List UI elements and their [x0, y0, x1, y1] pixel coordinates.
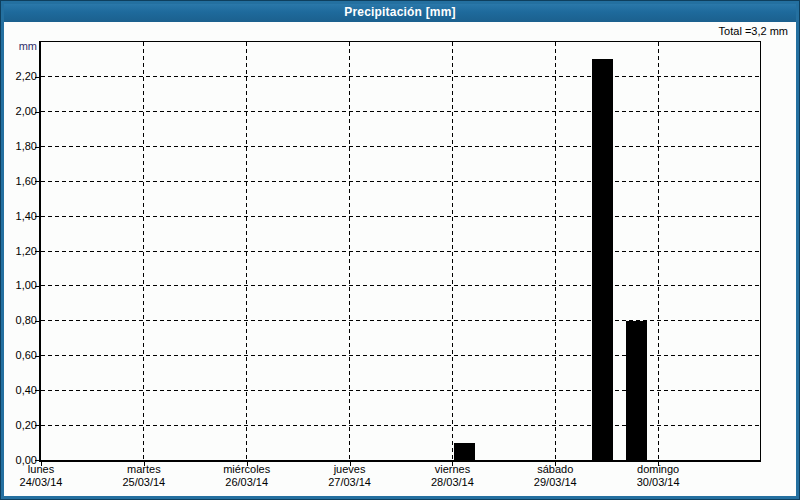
x-tick-label-day: lunes — [0, 463, 93, 475]
x-tick-label-day: sábado — [503, 463, 607, 475]
total-label: Total =3,2 mm — [719, 25, 788, 37]
window-titlebar: Precipitación [mm] — [4, 4, 796, 22]
y-tick-label: 0,40 — [4, 384, 37, 397]
gridline-horizontal — [41, 216, 761, 217]
y-tick-label: 1,40 — [4, 210, 37, 223]
x-tick-label-date: 30/03/14 — [606, 476, 710, 488]
y-axis-unit-label: mm — [4, 40, 37, 52]
gridline-vertical — [246, 42, 247, 460]
precipitation-bar — [592, 59, 613, 460]
x-tick-label-date: 25/03/14 — [92, 476, 196, 488]
x-tick-label-date: 29/03/14 — [503, 476, 607, 488]
precipitation-bar — [626, 321, 647, 460]
chart-canvas: Total =3,2 mm mm 0,000,200,400,600,801,0… — [4, 22, 796, 496]
x-tick-label-date: 28/03/14 — [400, 476, 504, 488]
chart-window: Precipitación [mm] Total =3,2 mm mm 0,00… — [0, 0, 800, 500]
x-tick-label-day: miércoles — [195, 463, 299, 475]
y-tick-label: 1,60 — [4, 175, 37, 188]
gridline-horizontal — [41, 111, 761, 112]
y-tick-label: 2,20 — [4, 70, 37, 83]
gridline-vertical — [658, 42, 659, 460]
window-frame: Precipitación [mm] Total =3,2 mm mm 0,00… — [1, 1, 799, 499]
y-tick-label: 1,20 — [4, 245, 37, 258]
plot-area — [39, 41, 761, 462]
y-tick-label: 0,80 — [4, 314, 37, 327]
gridline-horizontal — [41, 181, 761, 182]
gridline-horizontal — [41, 355, 761, 356]
gridline-horizontal — [41, 320, 761, 321]
gridline-vertical — [452, 42, 453, 460]
gridline-horizontal — [41, 76, 761, 77]
y-tick-label: 2,00 — [4, 105, 37, 118]
x-tick-label-day: martes — [92, 463, 196, 475]
gridline-vertical — [555, 42, 556, 460]
x-tick-label-day: viernes — [400, 463, 504, 475]
window-title: Precipitación [mm] — [344, 5, 456, 19]
gridline-horizontal — [41, 390, 761, 391]
x-tick-label-day: domingo — [606, 463, 710, 475]
gridline-horizontal — [41, 285, 761, 286]
x-tick-label-date: 27/03/14 — [298, 476, 402, 488]
y-tick-label: 1,80 — [4, 140, 37, 153]
x-tick-label-day: jueves — [298, 463, 402, 475]
precipitation-bar — [454, 443, 475, 460]
gridline-horizontal — [41, 425, 761, 426]
y-tick-label: 1,00 — [4, 279, 37, 292]
gridline-horizontal — [41, 251, 761, 252]
x-tick-label-date: 24/03/14 — [0, 476, 93, 488]
gridline-horizontal — [41, 146, 761, 147]
gridline-vertical — [143, 42, 144, 460]
y-tick-label: 0,20 — [4, 419, 37, 432]
y-tick-label: 0,60 — [4, 349, 37, 362]
x-tick-label-date: 26/03/14 — [195, 476, 299, 488]
gridline-vertical — [349, 42, 350, 460]
